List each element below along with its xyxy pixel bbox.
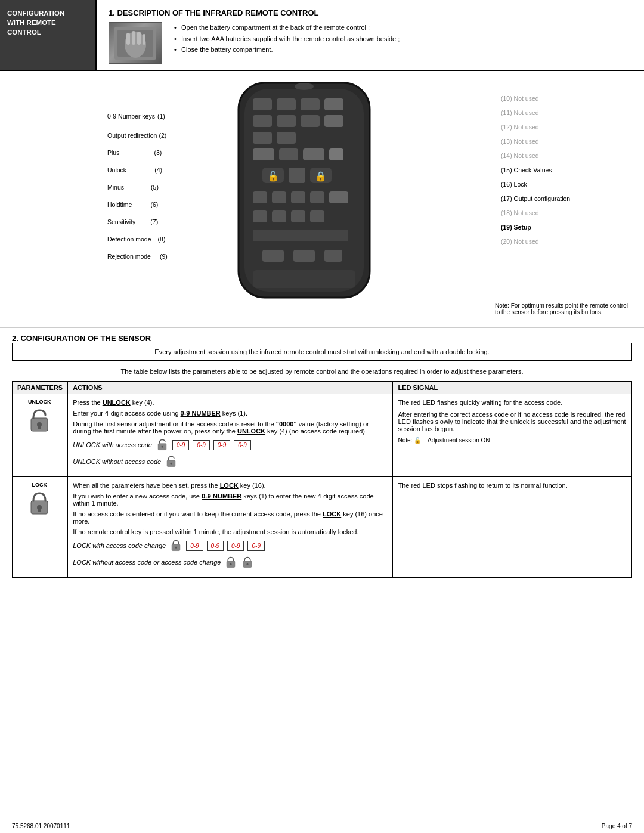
unlock-action-2: Enter your 4-digit access code using 0-9… — [73, 410, 388, 417]
lock-icon — [28, 490, 51, 517]
table-row-unlock: UNLOCK Press the UNLOCK key (4). Enter y… — [13, 394, 632, 477]
page: CONFIGURATION WITH REMOTE CONTROL 1. DES… — [0, 0, 644, 833]
digit-1a: 0-9 — [172, 440, 189, 450]
unlock-with-code-label: UNLOCK with access code — [73, 441, 152, 448]
section1-title: 1. DESCRIPTION OF THE INFRARED REMOTE CO… — [109, 8, 632, 17]
label-row-9: Rejection mode (9) — [107, 253, 227, 260]
svg-rect-9 — [253, 98, 272, 110]
svg-rect-14 — [277, 115, 296, 127]
svg-rect-6 — [143, 34, 145, 45]
battery-instruction-3: Close the battery compartment. — [174, 44, 400, 55]
digit-2d: 0-9 — [247, 541, 264, 551]
unlock-with-code-row: UNLOCK with access code 0-9 0-9 0-9 0-9 — [73, 438, 388, 451]
svg-rect-28 — [253, 191, 267, 203]
led-lock-1: The red LED stops flashing to return to … — [398, 482, 627, 489]
label-num-3: (3) — [154, 149, 162, 156]
unlock-small-icon-2 — [165, 455, 178, 468]
label-num-9: (9) — [160, 253, 168, 260]
sidebar-title: CONFIGURATION WITH REMOTE CONTROL — [7, 10, 64, 36]
remote-svg: 🔓 🔒 — [227, 77, 382, 309]
info-text: The table below lists the parameters abl… — [12, 368, 632, 375]
remote-section: 0-9 Number keys (1) Output redirection (… — [0, 71, 644, 328]
label-num-1: (1) — [157, 113, 165, 120]
label-text-3: Plus — [107, 149, 119, 156]
unlock-without-code-label: UNLOCK without access code — [73, 458, 161, 465]
sidebar-header: CONFIGURATION WITH REMOTE CONTROL — [0, 0, 95, 70]
lock-without-code-row: LOCK without access code or access code … — [73, 556, 388, 569]
section2-header: 2. CONFIGURATION OF THE SENSOR — [12, 334, 632, 343]
digit-2c: 0-9 — [227, 541, 244, 551]
section2-title: 2. CONFIGURATION OF THE SENSOR — [12, 334, 151, 343]
svg-rect-45 — [38, 425, 41, 429]
svg-rect-25 — [289, 168, 305, 183]
svg-rect-40 — [324, 250, 342, 262]
battery-image — [109, 22, 162, 64]
svg-rect-34 — [272, 210, 286, 222]
svg-rect-33 — [253, 210, 267, 222]
rlabel-17: (17) Output configuration — [501, 195, 632, 202]
svg-rect-35 — [291, 210, 305, 222]
svg-rect-20 — [279, 148, 298, 160]
unlock-small-icon-1 — [156, 438, 169, 451]
left-labels: 0-9 Number keys (1) Output redirection (… — [107, 113, 227, 270]
remote-note: Note: For optimum results point the remo… — [495, 302, 632, 315]
svg-rect-4 — [132, 31, 135, 45]
svg-rect-12 — [324, 98, 343, 110]
lock-action-3: If no access code is entered or if you w… — [73, 510, 388, 525]
label-num-4: (4) — [154, 166, 162, 174]
unlock-icon — [28, 407, 51, 434]
svg-rect-52 — [38, 508, 41, 512]
digit-2b: 0-9 — [207, 541, 224, 551]
label-num-7: (7) — [150, 218, 158, 225]
label-text-8: Detection mode — [107, 236, 151, 243]
lock-small-icon-2 — [224, 556, 237, 569]
lock-action-4: If no remote control key is pressed with… — [73, 528, 388, 535]
label-row-6: Holdtime (6) — [107, 201, 227, 208]
svg-rect-21 — [303, 148, 324, 160]
svg-rect-13 — [253, 115, 272, 127]
digit-1b: 0-9 — [193, 440, 209, 450]
col-led: LED Signal — [393, 382, 632, 394]
svg-rect-32 — [329, 191, 348, 203]
footer-right: Page 4 of 7 — [602, 823, 632, 829]
rlabel-14: (14) Not used — [501, 152, 632, 159]
param-actions-lock: When all the parameters have been set, p… — [68, 477, 393, 578]
param-led-lock: The red LED stops flashing to return to … — [393, 477, 632, 578]
svg-rect-37 — [253, 230, 348, 241]
svg-point-58 — [247, 563, 249, 565]
footer: 75.5268.01 20070111 Page 4 of 7 — [0, 819, 644, 833]
label-text-7: Sensitivity — [107, 218, 135, 225]
battery-instruction-2: Insert two AAA batteries supplied with t… — [174, 33, 400, 45]
svg-rect-15 — [301, 115, 320, 127]
warning-box: Every adjustment session using the infra… — [12, 343, 632, 361]
unlock-action-1: Press the UNLOCK key (4). — [73, 399, 388, 406]
svg-rect-22 — [329, 148, 343, 160]
svg-rect-30 — [291, 191, 305, 203]
svg-point-42 — [295, 83, 314, 90]
label-num-2: (2) — [159, 132, 167, 139]
remote-diagram-container: 0-9 Number keys (1) Output redirection (… — [107, 77, 632, 321]
param-actions-unlock: Press the UNLOCK key (4). Enter your 4-d… — [68, 394, 393, 477]
label-row-2: Output redirection (2) — [107, 132, 227, 139]
rlabel-16: (16) Lock — [501, 181, 632, 188]
label-row-1: 0-9 Number keys (1) — [107, 113, 227, 120]
led-unlock-2: After entering the correct access code o… — [398, 411, 627, 432]
col-actions: Actions — [68, 382, 393, 394]
label-text-2: Output redirection — [107, 132, 157, 139]
rlabel-11: (11) Not used — [501, 109, 632, 116]
section2-wrapper: 2. CONFIGURATION OF THE SENSOR Every adj… — [0, 328, 644, 584]
digit-1d: 0-9 — [234, 440, 250, 450]
label-row-3: Plus (3) — [107, 149, 227, 156]
unlock-action-3: During the first sensor adjustment or if… — [73, 420, 388, 435]
rlabel-15: (15) Check Values — [501, 166, 632, 174]
svg-point-47 — [161, 446, 163, 448]
col-params: Parameters — [13, 382, 68, 394]
svg-rect-36 — [310, 210, 324, 222]
footer-left: 75.5268.01 20070111 — [12, 823, 70, 829]
label-text-5: Minus — [107, 184, 124, 191]
lock-action-1: When all the parameters have been set, p… — [73, 482, 388, 489]
label-row-7: Sensitivity (7) — [107, 218, 227, 225]
svg-rect-39 — [293, 250, 315, 262]
label-row-5: Minus (5) — [107, 184, 227, 191]
param-led-unlock: The red LED flashes quickly waiting for … — [393, 394, 632, 477]
